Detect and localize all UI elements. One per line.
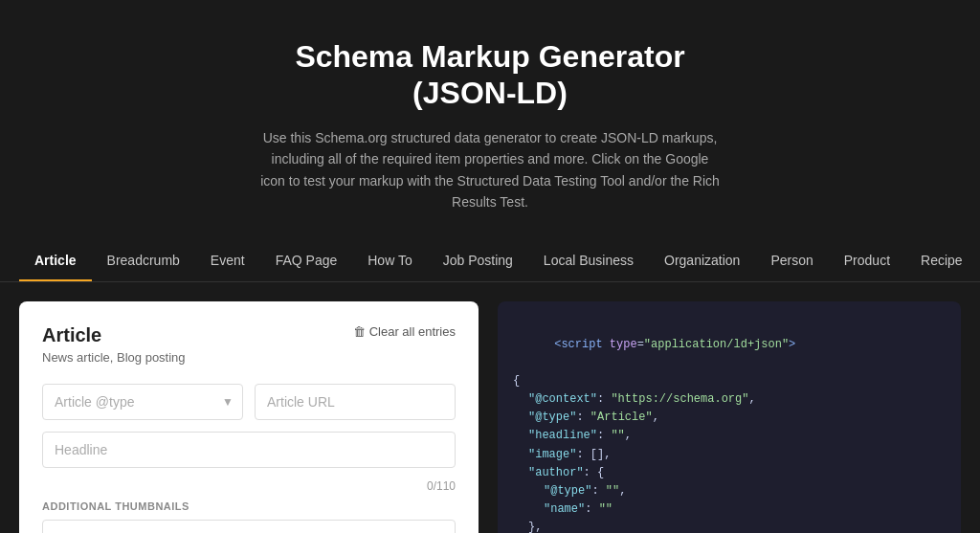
clear-label: Clear all entries [369,324,456,339]
code-panel: <script type="application/ld+json"> { "@… [498,301,961,533]
main-content: Article News article, Blog posting 🗑 Cle… [0,282,980,533]
char-count: 0/110 [42,479,456,493]
code-author-name: "name": "" [513,500,946,519]
image-url-input[interactable] [42,520,456,533]
tab-local-business[interactable]: Local Business [528,241,649,282]
type-url-row: Article @type ▼ [42,384,456,420]
code-image: "image": [], [513,446,946,464]
tab-person[interactable]: Person [755,241,828,282]
form-subtitle: News article, Blog posting [42,350,456,365]
page-title: Schema Markup Generator (JSON-LD) [19,38,961,112]
tab-breadcrumb[interactable]: Breadcrumb [92,241,195,282]
headline-input[interactable] [42,432,456,468]
image-url-group [42,520,456,533]
tab-how-to[interactable]: How To [352,241,427,282]
code-author-type: "@type": "", [513,482,946,500]
article-type-group: Article @type ▼ [42,384,243,420]
code-brace-open: { [513,372,946,390]
header: Schema Markup Generator (JSON-LD) Use th… [0,0,980,241]
tab-organization[interactable]: Organization [649,241,755,282]
form-panel: Article News article, Blog posting 🗑 Cle… [19,301,479,533]
tab-article[interactable]: Article [19,241,92,282]
tab-job-posting[interactable]: Job Posting [428,241,528,282]
image-url-row [42,520,456,533]
article-type-select[interactable]: Article @type [42,384,243,420]
headline-row [42,432,456,468]
trash-icon: 🗑 [353,324,366,339]
code-author-open: "author": { [513,464,946,482]
tab-event[interactable]: Event [195,241,260,282]
nav-tabs: Article Breadcrumb Event FAQ Page How To… [0,241,980,282]
code-author-close: }, [513,519,946,533]
clear-all-button[interactable]: 🗑 Clear all entries [353,324,456,339]
tab-product[interactable]: Product [829,241,905,282]
article-url-input[interactable] [255,384,456,420]
tab-recipe[interactable]: Recipe [905,241,978,282]
header-description: Use this Schema.org structured data gene… [260,127,720,213]
tab-faq-page[interactable]: FAQ Page [260,241,353,282]
thumbnails-label: ADDITIONAL THUMBNAILS [42,500,456,512]
code-type: "@type": "Article", [513,409,946,427]
article-url-group [255,384,456,420]
headline-group [42,432,456,468]
code-headline: "headline": "", [513,427,946,445]
code-context: "@context": "https://schema.org", [513,390,946,409]
script-open-tag: <script type="application/ld+json"> [513,317,946,372]
